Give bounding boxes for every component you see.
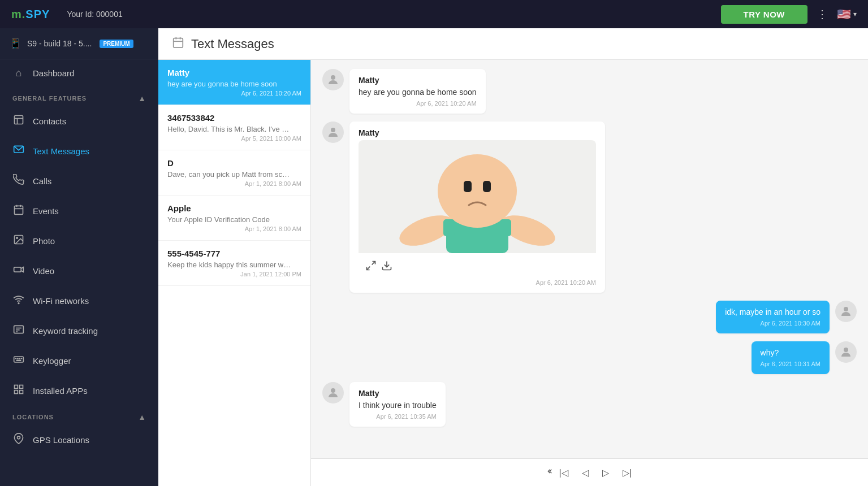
keyword-tracking-icon [12,324,25,338]
sidebar: 📱 S9 - build 18 - 5.... PREMIUM ⌂ Dashbo… [0,28,158,486]
main-layout: 📱 S9 - build 18 - 5.... PREMIUM ⌂ Dashbo… [0,28,868,486]
pagination-next-button[interactable]: ▷ [598,465,614,480]
conversation-item-d[interactable]: D Dave, can you pick up Matt from schoo.… [158,150,310,196]
svg-rect-42 [500,219,511,236]
message-bubble-received: Matty hey are you gonna be home soon Apr… [349,69,486,114]
sidebar-item-photo[interactable]: Photo [0,226,158,256]
msg-text: why? [761,348,821,357]
sidebar-item-label: Keylogger [33,356,71,366]
sidebar-item-label: Video [33,266,54,276]
pagination-last-button[interactable]: ▷| [618,465,636,480]
pagination-prev-button[interactable]: ◁ [577,465,593,480]
message-image-container [359,140,596,276]
conv-name: Apple [167,203,301,213]
svg-rect-23 [20,385,23,389]
conv-name: 555-4545-777 [167,249,301,258]
general-features-header: GENERAL FEATURES ▲ [0,87,158,106]
video-icon [12,264,25,278]
chevron-up-icon[interactable]: ▲ [138,413,146,422]
message-bubble-image: Matty [349,122,605,293]
sidebar-item-label: Installed APPs [33,386,88,396]
msg-text: I think youre in trouble [359,401,437,410]
svg-point-11 [18,303,19,304]
message-4: why? Apr 6, 2021 10:31 AM [322,341,857,374]
calls-icon [12,174,25,188]
conversation-item-apple[interactable]: Apple Your Apple ID Verification Code Ap… [158,196,310,241]
more-options-icon[interactable]: ⋮ [817,7,828,21]
msg-time: Apr 6, 2021 10:20 AM [359,100,477,107]
svg-rect-24 [15,390,18,394]
download-image-button[interactable] [381,260,392,271]
sidebar-item-text-messages[interactable]: Text Messages [0,136,158,166]
svg-rect-0 [15,116,23,124]
sidebar-item-label: GPS Locations [33,435,89,445]
msg-sender: Matty [359,389,437,398]
sidebar-item-label: Photo [33,236,55,246]
logo-m: m. [11,8,25,20]
sidebar-item-wifi-networks[interactable]: Wi-Fi networks [0,286,158,316]
conv-time: Apr 6, 2021 10:20 AM [167,90,301,97]
pagination: |◁ ◁ ▷ ▷| [311,458,868,486]
conversation-list: Matty hey are you gonna be home soon Apr… [158,60,311,486]
sidebar-item-keyword-tracking[interactable]: Keyword tracking [0,316,158,346]
conv-time: Apr 1, 2021 8:00 AM [167,180,301,187]
msg-time: Apr 6, 2021 10:30 AM [725,320,821,327]
sender-avatar [322,382,344,403]
sidebar-item-label: Contacts [33,116,66,126]
sidebar-item-label: Dashboard [33,68,74,78]
message-bubble-sent: why? Apr 6, 2021 10:31 AM [752,341,830,374]
conv-name: 3467533842 [167,113,301,123]
svg-line-44 [367,267,370,270]
conv-time: Apr 1, 2021 8:00 AM [167,225,301,232]
home-icon: ⌂ [12,67,25,79]
conversation-item-3467533842[interactable]: 3467533842 Hello, David. This is Mr. Bla… [158,105,310,150]
locations-header: LOCATIONS ▲ [0,406,158,425]
svg-point-9 [16,237,18,239]
content-area: Text Messages Matty hey are you gonna be… [158,28,868,486]
expand-image-button[interactable] [365,260,377,271]
msg-time: Apr 6, 2021 10:35 AM [359,413,437,420]
svg-rect-25 [20,390,23,394]
device-name: S9 - build 18 - 5.... [27,39,92,48]
language-selector[interactable]: 🇺🇸 ▾ [837,7,857,21]
conv-time: Jan 1, 2021 12:00 PM [167,271,301,277]
gps-icon [12,433,25,447]
sidebar-item-gps-locations[interactable]: GPS Locations [0,425,158,455]
sidebar-item-dashboard[interactable]: ⌂ Dashboard [0,59,158,87]
message-5: Matty I think youre in trouble Apr 6, 20… [322,382,857,427]
svg-point-32 [331,128,335,132]
text-messages-icon [12,144,25,158]
msg-sender: Matty [359,76,477,85]
msg-sender: Matty [359,128,596,137]
sidebar-item-calls[interactable]: Calls [0,166,158,196]
sidebar-item-contacts[interactable]: Contacts [0,106,158,136]
conversation-item-555[interactable]: 555-4545-777 Keep the kids happy this su… [158,241,310,286]
sidebar-item-installed-apps[interactable]: Installed APPs [0,376,158,406]
svg-point-38 [438,154,517,228]
svg-rect-22 [15,385,18,389]
sidebar-item-video[interactable]: Video [0,256,158,286]
sidebar-item-label: Text Messages [33,146,89,156]
flag-icon: 🇺🇸 [837,7,851,21]
message-1: Matty hey are you gonna be home soon Apr… [322,69,857,114]
sidebar-item-keylogger[interactable]: Keylogger [0,346,158,376]
msg-text: hey are you gonna be home soon [359,88,477,97]
sidebar-device[interactable]: 📱 S9 - build 18 - 5.... PREMIUM [0,28,158,59]
chat-messages: Matty hey are you gonna be home soon Apr… [311,60,868,458]
svg-point-48 [331,388,335,393]
keylogger-icon [12,354,25,368]
topbar-right: TRY NOW ⋮ 🇺🇸 ▾ [721,5,857,24]
conv-time: Apr 5, 2021 10:00 AM [167,135,301,142]
svg-rect-10 [14,267,21,272]
sender-avatar-self [835,301,857,322]
general-features-label: GENERAL FEATURES [12,95,87,102]
svg-rect-41 [443,219,455,236]
chevron-up-icon[interactable]: ▲ [138,94,146,103]
sidebar-item-events[interactable]: Events [0,196,158,226]
sender-avatar [322,69,344,90]
page-title: Text Messages [191,37,274,51]
pagination-first-button[interactable]: |◁ [543,465,573,480]
try-now-button[interactable]: TRY NOW [721,5,808,24]
conversation-item-matty[interactable]: Matty hey are you gonna be home soon Apr… [158,60,310,105]
svg-rect-27 [174,38,183,48]
